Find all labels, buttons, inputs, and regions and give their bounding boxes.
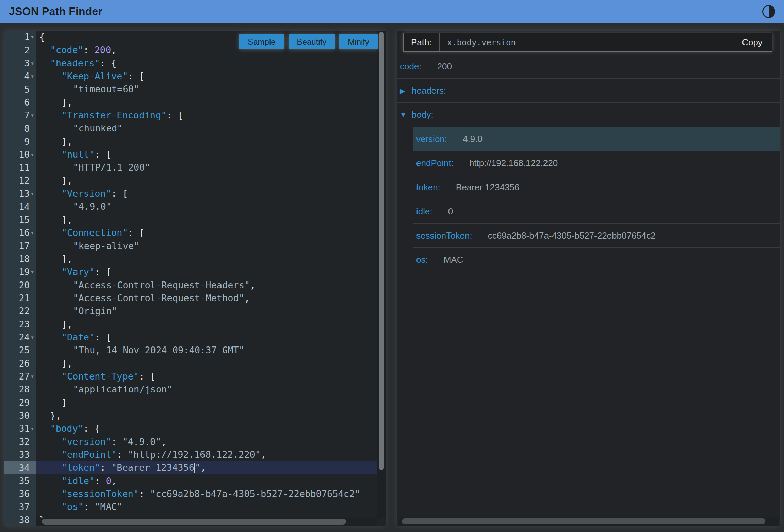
tree-row-body[interactable]: ▼body:: [397, 103, 780, 127]
code-line: ],: [36, 174, 377, 187]
fold-arrow-icon[interactable]: ▾: [30, 265, 35, 278]
editor-line[interactable]: 20"Access-Control-Request-Headers",: [4, 279, 377, 292]
editor-line[interactable]: 37"os": "MAC": [4, 500, 377, 513]
editor-line[interactable]: 34"token": "Bearer 1234356",: [4, 461, 377, 474]
editor-line[interactable]: 8"chunked": [4, 122, 377, 135]
app-header: JSON Path Finder: [0, 0, 784, 23]
line-number-cell: 26: [4, 357, 36, 370]
line-number-cell: 1▾: [4, 31, 36, 44]
beautify-button[interactable]: Beautify: [289, 34, 335, 49]
editor-line[interactable]: 28"application/json": [4, 383, 377, 396]
fold-arrow-icon[interactable]: ▾: [30, 70, 35, 83]
fold-arrow-icon[interactable]: ▾: [30, 109, 35, 122]
editor-line[interactable]: 29]: [4, 396, 377, 409]
editor-line[interactable]: 22"Origin": [4, 305, 377, 318]
indent-guide: [50, 253, 61, 265]
expand-arrow-icon[interactable]: ▶: [400, 87, 409, 95]
indent-guide: [50, 135, 61, 148]
editor-line[interactable]: 36"sessionToken": "cc69a2b8-b47a-4305-b5…: [4, 487, 377, 500]
token-string: "application/json": [73, 383, 173, 396]
token-string: "HTTP/1.1 200": [73, 161, 150, 174]
token-string: "http://192.168.122.220": [128, 448, 261, 461]
indent-guide: [50, 292, 61, 305]
editor-line[interactable]: 31▾"body": {: [4, 422, 377, 435]
editor-line[interactable]: 25"Thu, 14 Nov 2024 09:40:37 GMT": [4, 344, 377, 357]
sample-button[interactable]: Sample: [239, 34, 284, 49]
editor-line[interactable]: 7▾"Transfer-Encoding": [: [4, 109, 377, 122]
editor-line[interactable]: 15],: [4, 213, 377, 226]
indent-guide: [50, 240, 61, 253]
token-punctuation: : [: [95, 148, 111, 161]
fold-arrow-icon[interactable]: ▾: [30, 187, 35, 200]
collapse-arrow-icon[interactable]: ▼: [400, 111, 409, 119]
fold-arrow-icon[interactable]: ▾: [30, 422, 35, 435]
editor-line[interactable]: 26],: [4, 357, 377, 370]
fold-arrow-icon[interactable]: ▾: [30, 226, 35, 239]
tree-row-os[interactable]: os:MAC: [397, 248, 780, 272]
editor-line[interactable]: 27▾"Content-Type": [: [4, 370, 377, 383]
theme-toggle-icon[interactable]: [762, 5, 775, 18]
fold-arrow-icon[interactable]: ▾: [30, 148, 35, 161]
editor-line[interactable]: 10▾"null": [: [4, 148, 377, 161]
token-punctuation: ],: [62, 96, 73, 109]
editor-line[interactable]: 17"keep-alive": [4, 240, 377, 253]
fold-arrow-icon[interactable]: ▾: [30, 331, 35, 344]
editor-line[interactable]: 24▾"Date": [: [4, 331, 377, 344]
fold-arrow-icon[interactable]: ▾: [30, 370, 35, 383]
indent: [39, 318, 50, 331]
tree-row-endPoint[interactable]: endPoint:http://192.168.122.220: [397, 151, 780, 175]
tree-row-code[interactable]: code:200: [397, 54, 780, 79]
token-punctuation: :: [111, 435, 122, 448]
indent: [39, 357, 50, 370]
indent-guide: [62, 161, 73, 174]
editor-line[interactable]: 19▾"Vary": [: [4, 265, 377, 278]
indent: [39, 474, 50, 487]
editor-line[interactable]: 4▾"Keep-Alive": [: [4, 70, 377, 83]
editor-line[interactable]: 13▾"Version": [: [4, 187, 377, 200]
inspector-scroll-thumb[interactable]: [402, 518, 765, 524]
line-number-cell: 30: [4, 409, 36, 422]
editor-line[interactable]: 18],: [4, 253, 377, 265]
editor-line[interactable]: 9],: [4, 135, 377, 148]
fold-arrow-icon[interactable]: ▾: [30, 57, 35, 70]
line-number-cell: 11: [4, 161, 36, 174]
minify-button[interactable]: Minify: [339, 34, 378, 49]
token-string: "Access-Control-Request-Method": [73, 292, 244, 305]
path-input[interactable]: x.body.version: [440, 33, 732, 51]
tree-row-token[interactable]: token:Bearer 1234356: [397, 175, 780, 199]
editor-line[interactable]: 5"timeout=60": [4, 83, 377, 96]
editor-line[interactable]: 35"idle": 0,: [4, 474, 377, 487]
line-number: 8: [24, 124, 30, 134]
line-number: 15: [19, 215, 30, 225]
editor-line[interactable]: 23],: [4, 318, 377, 331]
editor-line[interactable]: 21"Access-Control-Request-Method",: [4, 292, 377, 305]
tree-row-idle[interactable]: idle:0: [397, 199, 780, 224]
inspector-horizontal-scrollbar[interactable]: [399, 517, 778, 526]
editor-line[interactable]: 11"HTTP/1.1 200": [4, 161, 377, 174]
token-punctuation: : [: [167, 109, 183, 122]
editor-horizontal-scrollbar[interactable]: [36, 518, 377, 526]
indent: [39, 253, 50, 265]
indent: [39, 96, 50, 109]
fold-arrow-icon[interactable]: ▾: [30, 31, 35, 44]
editor-line[interactable]: 6],: [4, 96, 377, 109]
editor-line[interactable]: 12],: [4, 174, 377, 187]
token-key: "version": [62, 435, 111, 448]
tree-row-headers[interactable]: ▶headers:: [397, 79, 780, 103]
editor-body[interactable]: 1▾{2"code": 200,3▾"headers": {4▾"Keep-Al…: [4, 31, 377, 526]
tree-row-sessionToken[interactable]: sessionToken:cc69a2b8-b47a-4305-b527-22e…: [397, 224, 780, 248]
editor-vertical-scrollbar[interactable]: [377, 31, 386, 518]
horizontal-scroll-thumb[interactable]: [42, 519, 346, 525]
editor-line[interactable]: 33"endPoint": "http://192.168.122.220",: [4, 448, 377, 461]
editor-line[interactable]: 32"version": "4.9.0",: [4, 435, 377, 448]
vertical-scroll-thumb[interactable]: [379, 32, 384, 470]
editor-line[interactable]: 3▾"headers": {: [4, 57, 377, 70]
indent: [39, 122, 50, 135]
editor-line[interactable]: 30},: [4, 409, 377, 422]
token-punctuation: ,: [261, 448, 266, 461]
editor-line[interactable]: 14"4.9.0": [4, 200, 377, 213]
copy-button[interactable]: Copy: [732, 33, 772, 51]
editor-line[interactable]: 16▾"Connection": [: [4, 226, 377, 239]
tree-row-version[interactable]: version:4.9.0: [397, 127, 780, 151]
indent-guide: [50, 370, 61, 383]
